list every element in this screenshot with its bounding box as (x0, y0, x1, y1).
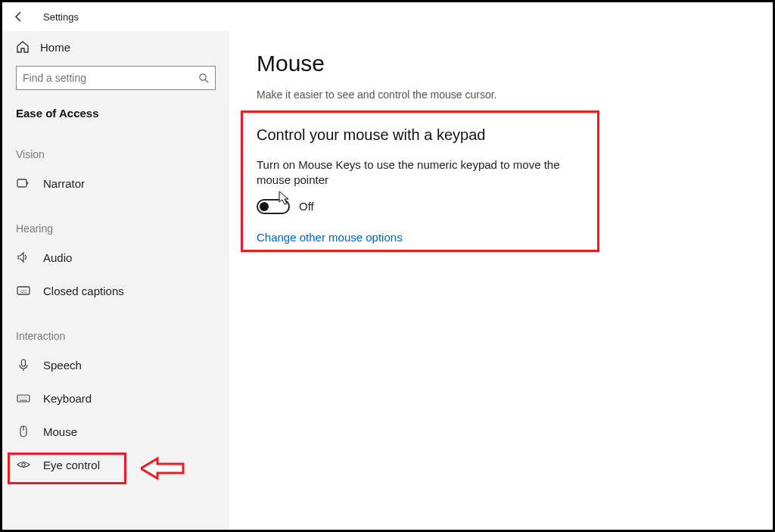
cc-icon: CC (16, 283, 31, 298)
eye-icon (16, 457, 31, 472)
sidebar-item-narrator[interactable]: Narrator (2, 166, 229, 200)
sidebar-item-label: Eye control (43, 459, 100, 471)
group-hearing: Hearing (2, 200, 229, 241)
mouse-keys-toggle[interactable] (257, 199, 290, 214)
svg-point-10 (23, 397, 24, 397)
sidebar-item-keyboard[interactable]: Keyboard (2, 381, 229, 415)
page-subtitle: Make it easier to see and control the mo… (257, 89, 745, 101)
sidebar-item-audio[interactable]: Audio (2, 241, 229, 274)
settings-window: Settings Home Find a setting Ease of Acc… (0, 0, 775, 532)
sidebar-item-closed-captions[interactable]: CC Closed captions (2, 274, 229, 307)
svg-point-14 (22, 463, 25, 466)
group-vision: Vision (2, 126, 229, 166)
mouse-keys-toggle-row: Off (257, 199, 745, 214)
home-label: Home (40, 41, 70, 54)
section-desc: Turn on Mouse Keys to use the numeric ke… (257, 157, 582, 188)
page-title: Mouse (257, 51, 745, 76)
sidebar: Home Find a setting Ease of Access Visio… (2, 31, 229, 530)
svg-point-8 (19, 397, 20, 397)
search-wrap: Find a setting (2, 63, 229, 99)
svg-rect-2 (17, 179, 26, 187)
svg-rect-5 (22, 359, 26, 366)
svg-point-0 (200, 74, 206, 80)
mic-icon (16, 357, 31, 372)
svg-point-9 (21, 397, 22, 397)
svg-rect-6 (17, 395, 30, 402)
group-interaction: Interaction (2, 307, 229, 348)
main-panel: Mouse Make it easier to see and control … (229, 31, 773, 530)
sidebar-item-label: Narrator (43, 177, 85, 190)
toggle-state-label: Off (299, 200, 314, 213)
svg-point-11 (26, 397, 26, 397)
sidebar-item-mouse[interactable]: Mouse (2, 415, 229, 448)
back-icon[interactable] (13, 11, 26, 23)
toggle-knob (260, 202, 269, 211)
narrator-icon (16, 176, 31, 191)
sidebar-item-label: Keyboard (43, 392, 92, 405)
sidebar-item-label: Audio (43, 251, 72, 264)
change-mouse-options-link[interactable]: Change other mouse options (257, 231, 745, 244)
search-placeholder: Find a setting (23, 72, 86, 84)
sidebar-item-speech[interactable]: Speech (2, 348, 229, 381)
window-title: Settings (43, 11, 79, 23)
audio-icon (16, 250, 31, 265)
sidebar-item-eye-control[interactable]: Eye control (2, 448, 229, 481)
search-icon (198, 73, 209, 83)
sidebar-item-label: Speech (43, 359, 82, 372)
svg-line-1 (205, 79, 208, 82)
sidebar-section-title: Ease of Access (2, 99, 229, 126)
home-icon (16, 40, 30, 54)
svg-text:CC: CC (20, 289, 27, 294)
sidebar-item-label: Closed captions (43, 285, 124, 297)
titlebar: Settings (2, 2, 773, 31)
sidebar-home[interactable]: Home (2, 31, 229, 63)
search-input[interactable]: Find a setting (16, 66, 216, 90)
content-area: Home Find a setting Ease of Access Visio… (2, 31, 773, 530)
section-heading: Control your mouse with a keypad (257, 126, 745, 144)
keyboard-icon (16, 390, 31, 406)
sidebar-item-label: Mouse (43, 425, 77, 438)
mouse-icon (16, 424, 31, 439)
